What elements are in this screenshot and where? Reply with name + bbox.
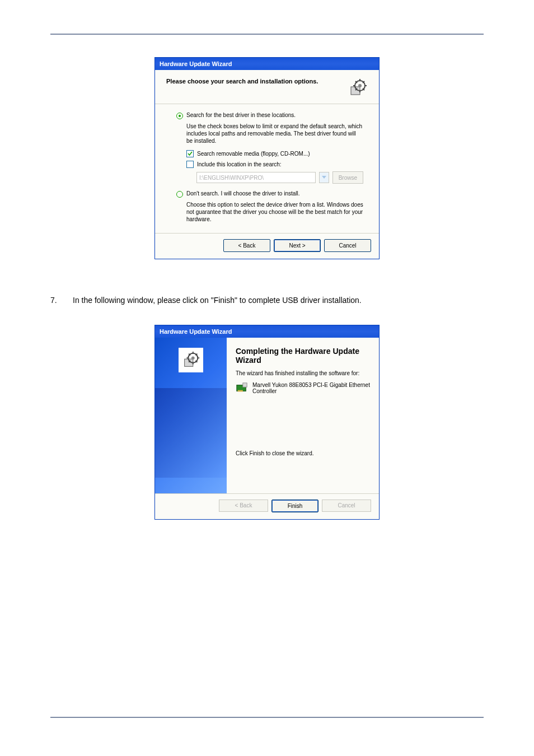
step-text: In the following window, please click on… bbox=[73, 293, 484, 308]
next-button[interactable]: Next > bbox=[274, 239, 321, 252]
wizard-side-graphic bbox=[155, 338, 227, 493]
location-path-input: I:\ENGLISH\WINXP\PRO\ bbox=[196, 172, 316, 183]
checkbox-removable-label: Search removable media (floppy, CD-ROM..… bbox=[197, 151, 310, 157]
wizard-titlebar: Hardware Update Wizard bbox=[155, 58, 379, 70]
wizard2-titlebar: Hardware Update Wizard bbox=[155, 325, 379, 338]
svg-point-22 bbox=[191, 356, 195, 360]
wizard-heading: Please choose your search and installati… bbox=[166, 78, 318, 85]
bottom-rule bbox=[50, 717, 484, 718]
wizard-search-options: Hardware Update Wizard Please choose you… bbox=[154, 57, 380, 259]
back-button-disabled: < Back bbox=[219, 500, 268, 512]
radio-dont-search-label: Don't search. I will choose the driver t… bbox=[186, 190, 300, 197]
wizard2-heading: Completing the Hardware Update Wizard bbox=[236, 347, 370, 365]
wizard-completing: Hardware Update Wizard Completing the Ha… bbox=[154, 325, 380, 520]
checkbox-checked-icon bbox=[186, 150, 194, 157]
instruction-step-7: 7. In the following window, please click… bbox=[50, 293, 484, 308]
gear-chip-icon bbox=[348, 78, 368, 98]
network-card-icon bbox=[236, 382, 248, 394]
radio-selected-icon bbox=[176, 113, 183, 119]
dropdown-arrow-icon bbox=[319, 172, 329, 183]
dont-search-description: Choose this option to select the device … bbox=[186, 201, 363, 223]
cancel-button[interactable]: Cancel bbox=[324, 239, 371, 252]
back-button[interactable]: < Back bbox=[223, 239, 270, 252]
radio-search-best-label: Search for the best driver in these loca… bbox=[186, 112, 296, 118]
step-number: 7. bbox=[50, 293, 73, 308]
checkbox-removable-media[interactable]: Search removable media (floppy, CD-ROM..… bbox=[186, 150, 363, 157]
checkbox-unchecked-icon bbox=[186, 161, 194, 168]
radio-dont-search[interactable]: Don't search. I will choose the driver t… bbox=[176, 190, 363, 198]
wizard2-subtext: The wizard has finished installing the s… bbox=[236, 370, 370, 376]
svg-rect-24 bbox=[243, 382, 247, 386]
close-hint: Click Finish to close the wizard. bbox=[236, 450, 370, 456]
radio-unselected-icon bbox=[176, 191, 183, 198]
gear-chip-icon bbox=[181, 351, 200, 370]
checkbox-include-label: Include this location in the search: bbox=[197, 161, 282, 167]
search-best-description: Use the check boxes below to limit or ex… bbox=[186, 123, 363, 144]
finish-button[interactable]: Finish bbox=[271, 500, 318, 512]
radio-search-best[interactable]: Search for the best driver in these loca… bbox=[176, 112, 363, 119]
browse-button: Browse bbox=[332, 171, 363, 184]
svg-point-10 bbox=[358, 84, 362, 87]
cancel-button-disabled: Cancel bbox=[322, 500, 371, 512]
top-rule bbox=[50, 34, 484, 35]
device-name: Marvell Yukon 88E8053 PCI-E Gigabit Ethe… bbox=[252, 382, 370, 394]
checkbox-include-location[interactable]: Include this location in the search: bbox=[186, 161, 363, 168]
svg-rect-25 bbox=[238, 390, 243, 391]
svg-marker-11 bbox=[322, 176, 326, 179]
